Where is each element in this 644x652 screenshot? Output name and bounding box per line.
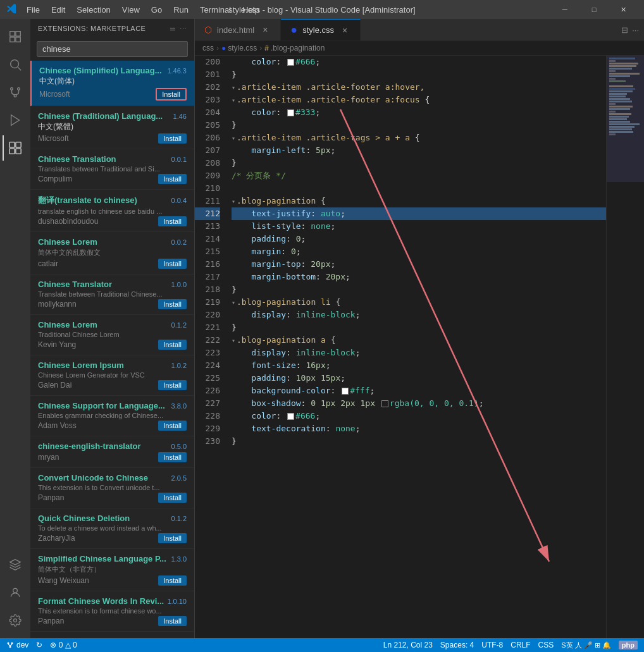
code-line-212: text-justify: auto; (232, 207, 606, 220)
install-button-1[interactable]: Install (156, 88, 187, 101)
install-button-14[interactable]: Install (158, 616, 187, 626)
activity-account[interactable] (3, 580, 28, 605)
activity-remote[interactable] (3, 552, 28, 577)
install-button-11[interactable]: Install (158, 493, 187, 503)
ext-desc-14: This extension is to format chinese wo..… (38, 607, 187, 615)
status-sync[interactable]: ↻ (36, 641, 42, 649)
css-file-icon: ● (221, 44, 226, 52)
status-eol[interactable]: CRLF (511, 641, 530, 649)
install-button-13[interactable]: Install (158, 575, 187, 586)
activity-settings[interactable] (3, 608, 28, 633)
svg-rect-2 (10, 37, 15, 42)
maximize-button[interactable]: □ (579, 0, 609, 19)
code-editor[interactable]: 200 201 202 203 204 205 206 207 208 209 … (195, 56, 644, 638)
extension-item-3[interactable]: Chinese Translation 0.0.1 Translates bet… (30, 149, 194, 190)
install-button-6[interactable]: Install (158, 299, 187, 309)
activity-debug[interactable] (3, 108, 28, 133)
code-line-227: box-shadow: 0 1px 2px 1px rgba(0, 0, 0, … (232, 397, 606, 410)
svg-point-14 (13, 588, 18, 593)
breadcrumb-file[interactable]: ●style.css (221, 44, 257, 52)
minimap-content (607, 56, 644, 638)
install-button-7[interactable]: Install (158, 340, 187, 350)
extension-item-10[interactable]: chinese-english-translator 0.5.0 mryan I… (30, 436, 194, 468)
split-editor-icon[interactable]: ⊟ (621, 25, 628, 35)
tab-index-html[interactable]: ⬡ index.html × (195, 19, 281, 40)
extension-item-13[interactable]: Simplified Chinese Language P... 1.3.0 简… (30, 549, 194, 591)
menu-file[interactable]: File (22, 4, 45, 16)
status-language[interactable]: CSS (538, 641, 554, 649)
ext-desc-13: 简体中文（非官方） (38, 565, 187, 574)
sidebar-title: EXTENSIONS: MARKETPLACE (38, 25, 146, 32)
install-button-4[interactable]: Install (158, 216, 187, 226)
tab-close-css[interactable]: × (339, 25, 350, 36)
ext-version-8: 1.0.2 (171, 362, 187, 369)
ext-name-10: chinese-english-translator (38, 441, 141, 451)
code-line-209: /* 分页条 */ (232, 169, 606, 182)
ext-author-2: Microsoft Install (38, 133, 187, 144)
menu-view[interactable]: View (117, 4, 145, 16)
svg-rect-10 (9, 142, 15, 147)
status-branch[interactable]: dev (6, 641, 28, 649)
ext-name-8: Chinese Lorem Ipsum (38, 360, 124, 370)
minimize-button[interactable]: ─ (550, 0, 579, 19)
code-line-208: } (232, 157, 606, 169)
menu-run[interactable]: Run (168, 4, 194, 16)
activity-source-control[interactable] (3, 80, 28, 105)
menu-bar: File Edit Selection View Go Run Terminal… (22, 4, 264, 16)
install-button-9[interactable]: Install (158, 421, 187, 431)
activity-bar-bottom (3, 552, 28, 633)
menu-selection[interactable]: Selection (71, 4, 115, 16)
ext-name-11: Convert Unicode to Chinese (38, 473, 148, 483)
extension-item-9[interactable]: Chinese Support for Language... 3.8.0 En… (30, 396, 194, 436)
breadcrumb-selector[interactable]: #.blog-pagination (264, 44, 325, 52)
close-button[interactable]: ✕ (609, 0, 638, 19)
svg-rect-11 (16, 142, 21, 147)
extension-item-5[interactable]: Chinese Lorem 0.0.2 简体中文的乱数假文 catlair In… (30, 232, 194, 274)
install-button-8[interactable]: Install (158, 380, 187, 390)
breadcrumb-css[interactable]: css (202, 44, 214, 52)
menu-edit[interactable]: Edit (46, 4, 70, 16)
install-button-3[interactable]: Install (158, 174, 187, 184)
activity-extensions[interactable] (3, 135, 28, 161)
tab-style-css[interactable]: ● style.css × (281, 19, 361, 40)
php-badge: php (619, 641, 638, 649)
ext-version-2: 1.46 (173, 113, 187, 120)
install-button-10[interactable]: Install (158, 452, 187, 462)
ext-version-12: 0.1.2 (171, 515, 187, 522)
menu-go[interactable]: Go (146, 4, 167, 16)
sidebar-filter-icon[interactable]: ⚌ (170, 24, 176, 32)
extension-item-2[interactable]: Chinese (Traditional) Languag... 1.46 中文… (30, 106, 194, 149)
install-button-12[interactable]: Install (158, 533, 187, 543)
install-button-5[interactable]: Install (158, 259, 187, 269)
activity-explorer[interactable] (3, 24, 28, 49)
sidebar-search (30, 37, 194, 61)
activity-search[interactable] (3, 52, 28, 77)
status-ln-col[interactable]: Ln 212, Col 23 (383, 641, 433, 649)
svg-rect-13 (16, 149, 21, 154)
extension-item-12[interactable]: Quick Chinese Deletion 0.1.2 To delete a… (30, 508, 194, 549)
extension-item-11[interactable]: Convert Unicode to Chinese 2.0.5 This ex… (30, 468, 194, 508)
extension-item-6[interactable]: Chinese Translator 1.0.0 Translate betwe… (30, 274, 194, 315)
code-line-204: color: #333; (232, 106, 606, 119)
tab-close-html[interactable]: × (259, 24, 271, 35)
status-spaces[interactable]: Spaces: 4 (440, 641, 474, 649)
code-line-202: ▾.article-item .article-footer a:hover, (232, 81, 606, 94)
status-encoding[interactable]: UTF-8 (481, 641, 503, 649)
ext-name-13: Simplified Chinese Language P... (38, 554, 166, 563)
code-content[interactable]: color: #666; } ▾.article-item .article-f… (226, 56, 606, 638)
code-line-205: } (232, 119, 606, 132)
extension-item-8[interactable]: Chinese Lorem Ipsum 1.0.2 Chinese Lorem … (30, 355, 194, 396)
sidebar-more-icon[interactable]: ··· (180, 24, 187, 32)
install-button-2[interactable]: Install (158, 133, 187, 144)
extension-item-15[interactable]: Translator 0.0.3 Translate between Engli… (30, 632, 194, 638)
search-input[interactable] (37, 41, 188, 57)
extension-item-7[interactable]: Chinese Lorem 0.1.2 Traditional Chinese … (30, 315, 194, 355)
extension-item-14[interactable]: Format Chinese Words In Revi... 1.0.10 T… (30, 591, 194, 632)
breadcrumb: css › ●style.css › #.blog-pagination (195, 41, 644, 56)
code-line-215: margin: 0; (232, 245, 606, 258)
status-bar-right: Ln 212, Col 23 Spaces: 4 UTF-8 CRLF CSS … (383, 641, 638, 650)
more-actions-icon[interactable]: ··· (632, 25, 639, 35)
extension-item-1[interactable]: Chinese (Simplified) Languag... 1.46.3 中… (30, 61, 194, 106)
status-errors[interactable]: ⊗ 0 △ 0 (50, 641, 77, 649)
extension-item-4[interactable]: 翻译(translate to chinese) 0.0.4 translate… (30, 190, 194, 232)
